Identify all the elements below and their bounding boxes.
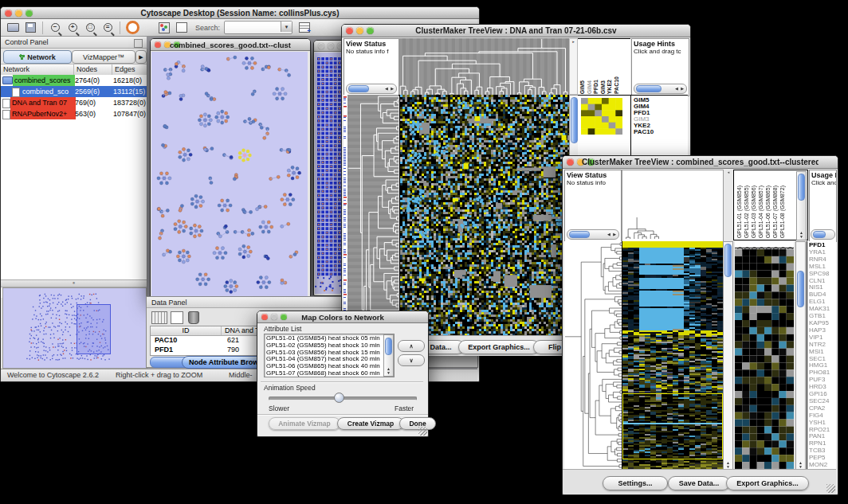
resize-grip[interactable] (418, 427, 427, 436)
done-button[interactable]: Done (399, 417, 436, 430)
main-titlebar[interactable]: Cytoscape Desktop (Session Name: collins… (1, 7, 479, 19)
tv2-zoom-heatmap[interactable] (735, 249, 794, 469)
vlab1-label[interactable]: PFD1 (593, 80, 600, 94)
view-status-title: View Status (344, 39, 398, 48)
network-canvas[interactable] (151, 52, 308, 297)
tv1-column-dendrogram[interactable] (398, 38, 569, 96)
resize-grip[interactable] (826, 484, 835, 493)
vlab2-label[interactable]: GPL51-06 (GSM865) (764, 186, 771, 238)
zoom-fit-icon[interactable]: = (100, 21, 116, 35)
panel-splitter[interactable]: ● (1, 279, 147, 287)
tab-vizmapper[interactable]: VizMapper™ (72, 50, 135, 64)
usage-hints-scrollbar[interactable]: ◀ ▶ (634, 84, 687, 94)
vlab2-label[interactable]: GPL51-02 (GSM855) (743, 186, 750, 238)
network-row[interactable]: RNAPuberNov2+ 563(0) 107847(0) (1, 108, 147, 119)
tv2-row-dendrogram[interactable] (564, 241, 622, 469)
tv2-column-dendrogram[interactable] (622, 170, 724, 242)
close-button[interactable] (261, 314, 268, 320)
folder-icon (2, 76, 13, 84)
vlab2-label[interactable]: GPL51-03 (GSM856) (750, 186, 757, 238)
gene-label[interactable]: MON2 (809, 462, 830, 469)
tv2-gene-scrollbar[interactable]: ▲▼ (795, 241, 806, 471)
view-status-scrollbar[interactable]: ◀ ▶ (567, 229, 619, 240)
vlab1-label[interactable]: PAC10 (614, 76, 621, 94)
vlab1-label[interactable]: GIM3 (600, 80, 607, 94)
zoom-in-icon[interactable]: + (65, 21, 80, 35)
usage-hints-scrollbar[interactable] (811, 229, 835, 240)
grid-icon[interactable] (151, 311, 167, 324)
zoom-out-icon[interactable]: − (47, 21, 63, 35)
network-row[interactable]: combined_scores 2764(0) 16218(0) (1, 75, 147, 86)
dialog-titlebar[interactable]: Map Colors to Network (257, 311, 428, 323)
move-down-button[interactable]: ∨ (398, 354, 425, 366)
vlab2-label[interactable]: GPL51-08 (GSM872) (779, 186, 786, 238)
move-up-button[interactable]: ∧ (398, 340, 425, 352)
tv1-row-dendrogram[interactable] (347, 95, 398, 335)
animation-speed-label: Animation Speed (264, 384, 316, 392)
tab-network[interactable]: Network (3, 50, 72, 64)
overview-canvas[interactable] (3, 288, 144, 366)
tv1-heatmap[interactable] (399, 95, 570, 335)
usage-hints-text: Click and drag tc (632, 48, 689, 55)
status-welcome: Welcome to Cytoscape 2.6.2 (7, 371, 99, 379)
vlab2-label[interactable]: GPL51-07 (GSM868) (771, 186, 779, 238)
treeview2-window: ClusterMaker TreeView : combined_scores_… (562, 155, 838, 495)
tv2-heatmap-scrollbar[interactable]: ▲▼ (723, 241, 733, 471)
network-overview[interactable] (2, 287, 147, 369)
panel-float-icon[interactable] (134, 39, 143, 48)
save-data-button[interactable]: Save Data... (668, 476, 730, 490)
tab-overflow-button[interactable]: ▶ (135, 50, 147, 64)
annotation-icon[interactable] (174, 21, 190, 35)
tv1-corner-strip: ▸ (569, 38, 578, 95)
close-button[interactable] (567, 158, 574, 166)
col-id: ID (151, 326, 222, 335)
tv2-col-labels: GPL51-01 (GSM854)GPL51-02 (GSM855)GPL51-… (736, 172, 788, 238)
save-icon[interactable] (22, 21, 38, 35)
export-graphics-button[interactable]: Export Graphics... (726, 476, 809, 490)
control-panel: Network VizMapper™ ▶ Network Nodes Edges… (1, 49, 147, 369)
network-table-header[interactable]: Network Nodes Edges (1, 64, 147, 76)
vizmapper-icon[interactable] (156, 21, 172, 35)
network-row[interactable]: DNA and Tran 07 769(0) 183728(0) (1, 97, 147, 108)
animate-vizmap-button[interactable]: Animate Vizmap (269, 417, 340, 430)
attr-item-label[interactable]: GPL51-07 (GSM868) heat shock 60 min (265, 370, 394, 377)
slider-thumb[interactable] (334, 393, 344, 403)
treeview2-titlebar[interactable]: ClusterMaker TreeView : combined_scores_… (563, 156, 838, 169)
network-titlebar[interactable]: combined_scores_good.txt--cluste... (151, 39, 310, 51)
attribute-list[interactable]: GPL51-01 (GSM854) heat shock 05 minGPL51… (264, 334, 395, 377)
status-zoom-hint: Right-click + drag to ZOOM (116, 371, 202, 379)
network-row[interactable]: combined_sco 2569(6) 13112(15) (1, 86, 147, 97)
tv2-heatmap[interactable] (622, 241, 723, 469)
search-input[interactable]: ▼ (224, 21, 292, 34)
tv2-col-labels-scrollbar[interactable]: ▲▼ (796, 171, 807, 240)
attribute-list-scrollbar[interactable]: ▲▼ (383, 334, 394, 377)
export-graphics-button[interactable]: Export Graphics... (458, 340, 540, 354)
zoom-selected-icon[interactable]: □ (82, 21, 98, 35)
vlab1-label[interactable]: GIM5 (579, 80, 587, 94)
minimize-button[interactable] (328, 43, 334, 49)
cell-id: PAC10 (151, 336, 221, 346)
dialog-title: Map Colors to Network (277, 313, 409, 322)
search-dropdown-button[interactable]: ▼ (281, 21, 292, 32)
rlab1-label[interactable]: PAC10 (634, 129, 654, 135)
view-status-scrollbar[interactable]: ◀ ▶ (346, 84, 397, 94)
close-button[interactable] (318, 43, 324, 49)
tv1-selection-thumbnail[interactable] (581, 98, 622, 135)
vlab2-label[interactable]: GPL51-01 (GSM854) (736, 186, 743, 238)
attribute-table-icon[interactable] (296, 21, 312, 35)
open-file-icon[interactable] (5, 21, 21, 35)
close-button[interactable] (155, 41, 161, 48)
file-icon (12, 88, 20, 97)
vlab2-label[interactable]: GPL51-04 (GSM857) (757, 186, 764, 238)
settings-button[interactable]: Settings... (603, 476, 668, 490)
new-page-icon[interactable] (171, 311, 183, 324)
create-vizmap-button[interactable]: Create Vizmap (337, 417, 404, 430)
vlab1-label[interactable]: GIM4 (587, 80, 594, 94)
close-button[interactable] (346, 27, 353, 34)
close-button[interactable] (5, 10, 12, 17)
help-lifering-icon[interactable] (124, 21, 140, 35)
trash-icon[interactable] (188, 311, 199, 324)
treeview1-titlebar[interactable]: ClusterMaker TreeView : DNA and Tran 07-… (342, 25, 690, 37)
file-icon (2, 110, 10, 119)
vlab1-label[interactable]: YKE2 (607, 80, 614, 94)
